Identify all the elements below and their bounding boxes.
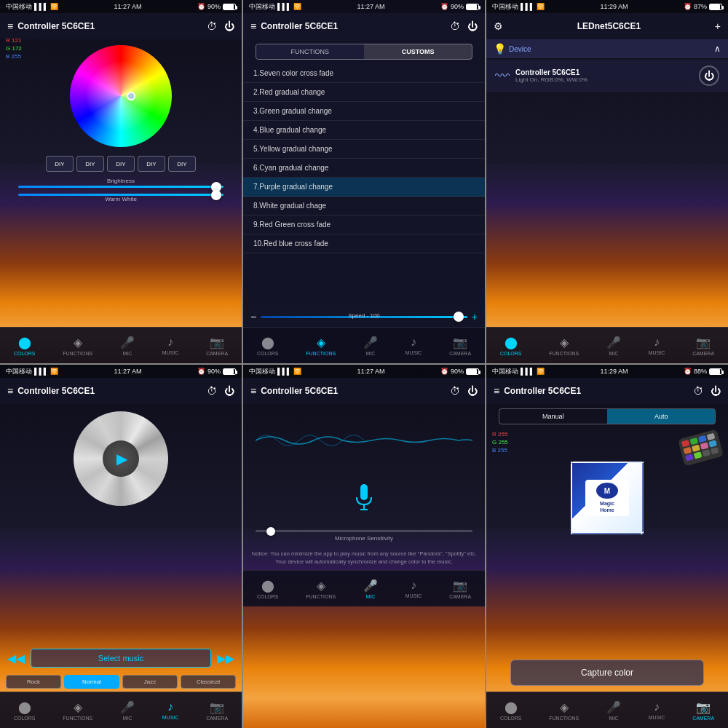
func-2[interactable]: 2.Red gradual change xyxy=(243,83,485,102)
diy-btn-3[interactable]: DIY xyxy=(107,156,135,172)
nav-camera-4[interactable]: 📷 CAMERA xyxy=(206,700,228,721)
play-button[interactable]: ▶ xyxy=(116,450,127,467)
clock-icon-4[interactable]: ⏱ xyxy=(207,385,217,397)
nav-functions-2[interactable]: ◈ FUNCTIONS xyxy=(306,336,336,356)
genre-rock[interactable]: Rock xyxy=(6,675,61,689)
battery-bar-2 xyxy=(466,4,479,10)
nav-colors-3[interactable]: ⬤ COLORS xyxy=(500,336,522,356)
nav-colors-1[interactable]: ⬤ COLORS xyxy=(14,336,36,356)
speed-thumb[interactable] xyxy=(454,312,464,322)
next-button[interactable]: ▶▶ xyxy=(217,652,234,665)
music-genres: Rock Normal Jazz Classical xyxy=(0,672,242,692)
clock-icon-1[interactable]: ⏱ xyxy=(207,20,217,32)
power-icon-1[interactable]: ⏻ xyxy=(224,20,234,32)
nav-camera-3[interactable]: 📷 CAMERA xyxy=(692,336,714,356)
speed-plus[interactable]: + xyxy=(472,311,478,323)
battery-3: 87% xyxy=(694,3,707,10)
power-icon-4[interactable]: ⏻ xyxy=(224,385,234,397)
speed-minus[interactable]: − xyxy=(250,311,256,323)
select-music-button[interactable]: Select music xyxy=(31,649,211,668)
capture-color-button[interactable]: Capture color xyxy=(510,660,704,686)
mic-slider-thumb[interactable] xyxy=(266,527,275,536)
nav-camera-5[interactable]: 📷 CAMERA xyxy=(449,579,471,599)
func-6[interactable]: 6.Cyan gradual change xyxy=(243,159,485,178)
prev-button[interactable]: ◀◀ xyxy=(7,652,25,665)
nav-camera-6[interactable]: 📷 CAMERA xyxy=(692,700,714,721)
menu-icon-2[interactable]: ≡ xyxy=(250,20,256,32)
remote-btn-white xyxy=(707,433,716,440)
menu-icon-5[interactable]: ≡ xyxy=(250,385,256,397)
status-left-2: 中国移动 ▌▌▌ 🛜 xyxy=(249,2,301,12)
nav-functions-5[interactable]: ◈ FUNCTIONS xyxy=(306,579,336,599)
func-8[interactable]: 8.White gradual chage xyxy=(243,197,485,215)
func-5[interactable]: 5.Yellow gradual change xyxy=(243,140,485,159)
nav-colors-2[interactable]: ⬤ COLORS xyxy=(257,336,279,356)
tab-customs[interactable]: CUSTOMS xyxy=(364,44,472,59)
nav-mic-1[interactable]: 🎤 MIC xyxy=(120,336,135,356)
func-7[interactable]: 7.Purple gradual change xyxy=(243,178,485,197)
func-9[interactable]: 9.Red Green cross fade xyxy=(243,215,485,234)
speed-slider-area: Speed - 100 xyxy=(261,316,467,318)
rgb-labels-1: R 121 G 172 B 255 xyxy=(6,36,22,61)
clock-icon-5[interactable]: ⏱ xyxy=(450,385,460,397)
nav-music-2[interactable]: ♪ MUSIC xyxy=(405,336,422,355)
nav-functions-6[interactable]: ◈ FUNCTIONS xyxy=(549,700,579,721)
nav-mic-3[interactable]: 🎤 MIC xyxy=(606,336,621,356)
power-btn-3[interactable]: ⏻ xyxy=(699,66,719,86)
tab-functions[interactable]: FUNCTIONS xyxy=(256,44,364,59)
nav-mic-6[interactable]: 🎤 MIC xyxy=(606,700,621,721)
nav-mic-5[interactable]: 🎤 MIC xyxy=(363,579,378,599)
menu-icon-1[interactable]: ≡ xyxy=(7,20,13,32)
nav-music-4[interactable]: ♪ MUSIC xyxy=(162,700,179,720)
nav-music-1[interactable]: ♪ MUSIC xyxy=(162,336,179,355)
nav-functions-1[interactable]: ◈ FUNCTIONS xyxy=(63,336,92,356)
power-icon-5[interactable]: ⏻ xyxy=(467,385,478,397)
power-icon-6[interactable]: ⏻ xyxy=(711,385,721,397)
time-1: 11:27 AM xyxy=(114,3,142,10)
nav-mic-4[interactable]: 🎤 MIC xyxy=(120,700,135,721)
nav-music-6[interactable]: ♪ MUSIC xyxy=(649,700,665,720)
brightness-track[interactable] xyxy=(18,186,223,188)
nav-camera-2[interactable]: 📷 CAMERA xyxy=(449,336,471,356)
nav-functions-4[interactable]: ◈ FUNCTIONS xyxy=(63,700,92,721)
genre-classical[interactable]: Classical xyxy=(181,675,236,689)
diy-btn-1[interactable]: DIY xyxy=(46,156,74,172)
func-10[interactable]: 10.Red blue cross fade xyxy=(243,234,485,253)
tab-auto[interactable]: Auto xyxy=(607,409,715,424)
menu-icon-4[interactable]: ≡ xyxy=(7,385,13,397)
rgb-g-label: G 172 xyxy=(6,44,22,52)
menu-icon-6[interactable]: ≡ xyxy=(494,385,499,397)
diy-btn-5[interactable]: DIY xyxy=(168,156,196,172)
clock-icon-2[interactable]: ⏱ xyxy=(450,20,460,32)
nav-colors-4[interactable]: ⬤ COLORS xyxy=(14,700,36,721)
nav-colors-5[interactable]: ⬤ COLORS xyxy=(257,579,279,599)
mic-slider-track[interactable] xyxy=(256,530,473,532)
chevron-up-3[interactable]: ∧ xyxy=(714,44,721,54)
power-icon-2[interactable]: ⏻ xyxy=(467,20,478,32)
nav-mic-2[interactable]: 🎤 MIC xyxy=(363,336,378,356)
camera-icon-1: 📷 xyxy=(210,336,224,349)
nav-colors-6[interactable]: ⬤ COLORS xyxy=(500,700,522,721)
tab-manual[interactable]: Manual xyxy=(499,409,607,424)
clock-icon-6[interactable]: ⏱ xyxy=(693,385,703,397)
nav-bar-5: ≡ Controller 5C6CE1 ⏱ ⏻ xyxy=(243,378,485,404)
gear-icon-3[interactable]: ⚙ xyxy=(494,20,503,32)
nav-camera-1[interactable]: 📷 CAMERA xyxy=(206,336,228,356)
genre-normal[interactable]: Normal xyxy=(64,675,119,689)
color-cursor[interactable] xyxy=(127,92,135,100)
warmwhite-track[interactable] xyxy=(18,194,223,196)
nav-functions-3[interactable]: ◈ FUNCTIONS xyxy=(549,336,579,356)
func-3[interactable]: 3.Green gradual change xyxy=(243,102,485,121)
device-name-3: Controller 5C6CE1 xyxy=(515,68,699,76)
diy-btn-4[interactable]: DIY xyxy=(138,156,165,172)
func-4[interactable]: 4.Blue gradual change xyxy=(243,121,485,140)
nav-music-5[interactable]: ♪ MUSIC xyxy=(405,579,422,598)
func-1[interactable]: 1.Seven color cross fade xyxy=(243,64,485,83)
nav-music-3[interactable]: ♪ MUSIC xyxy=(649,336,665,355)
warmwhite-thumb[interactable] xyxy=(211,190,221,200)
genre-jazz[interactable]: Jazz xyxy=(122,675,178,689)
function-list: 1.Seven color cross fade 2.Red gradual c… xyxy=(243,64,485,306)
diy-btn-2[interactable]: DIY xyxy=(76,156,104,172)
color-wheel[interactable] xyxy=(70,45,172,147)
plus-icon-3[interactable]: + xyxy=(715,20,721,32)
